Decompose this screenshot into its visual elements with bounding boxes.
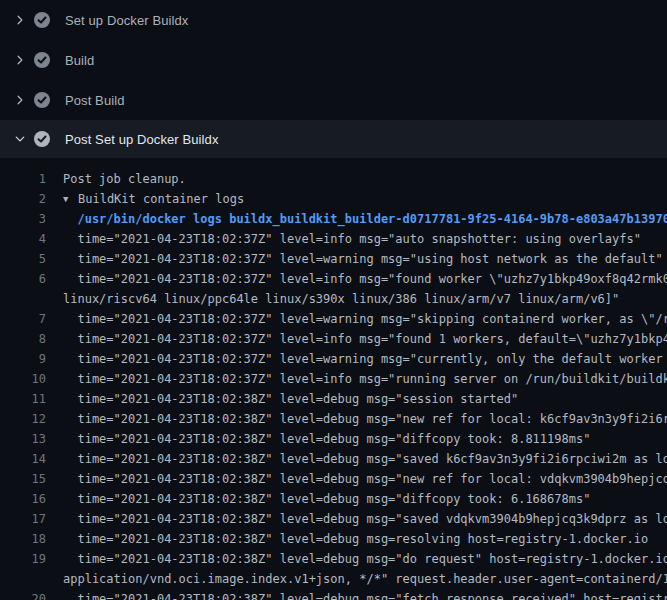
log-text: time="2021-04-23T18:02:37Z" level=info m… [46,329,667,349]
log-line: 7 time="2021-04-23T18:02:37Z" level=warn… [0,309,667,329]
log-text: application/vnd.oci.image.index.v1+json,… [46,569,667,589]
log-text: time="2021-04-23T18:02:38Z" level=debug … [46,509,667,529]
log-line-number[interactable]: 4 [0,229,46,249]
log-line-number[interactable]: 17 [0,509,46,529]
log-line: 5 time="2021-04-23T18:02:37Z" level=warn… [0,249,667,269]
log-line-number[interactable]: 9 [0,349,46,369]
log-line: linux/riscv64 linux/ppc64le linux/s390x … [0,289,667,309]
log-line-number[interactable]: 14 [0,449,46,469]
log-line-number[interactable]: 15 [0,469,46,489]
step-header-post-build[interactable]: Post Build [0,80,667,120]
log-line: 11 time="2021-04-23T18:02:38Z" level=deb… [0,389,667,409]
log-line: 14 time="2021-04-23T18:02:38Z" level=deb… [0,449,667,469]
check-circle-icon [34,52,50,68]
log-line: 10 time="2021-04-23T18:02:37Z" level=inf… [0,369,667,389]
log-line-number[interactable]: 18 [0,529,46,549]
chevron-right-icon [12,92,28,108]
log-text: time="2021-04-23T18:02:37Z" level=warnin… [46,309,667,329]
log-text: time="2021-04-23T18:02:38Z" level=debug … [46,529,648,549]
log-line: 18 time="2021-04-23T18:02:38Z" level=deb… [0,529,667,549]
step-header-post-set-up-docker-buildx[interactable]: Post Set up Docker Buildx [0,120,667,158]
log-line-number[interactable]: 13 [0,429,46,449]
check-circle-icon [34,92,50,108]
step-label: Build [65,53,94,68]
log-line-number[interactable]: 7 [0,309,46,329]
log-line-number[interactable]: 12 [0,409,46,429]
triangle-down-icon[interactable]: ▼ [63,189,78,209]
log-text: time="2021-04-23T18:02:37Z" level=info m… [46,229,641,249]
log-line: 3 /usr/bin/docker logs buildx_buildkit_b… [0,209,667,229]
chevron-right-icon [12,12,28,28]
log-text: Post job cleanup. [46,169,186,189]
step-label: Post Build [65,93,125,108]
log-line: 19 time="2021-04-23T18:02:38Z" level=deb… [0,549,667,569]
log-text: time="2021-04-23T18:02:38Z" level=debug … [46,489,590,509]
log-line: 4 time="2021-04-23T18:02:37Z" level=info… [0,229,667,249]
log-line: application/vnd.oci.image.index.v1+json,… [0,569,667,589]
check-circle-icon [34,131,50,147]
log-line: 13 time="2021-04-23T18:02:38Z" level=deb… [0,429,667,449]
log-line: 16 time="2021-04-23T18:02:38Z" level=deb… [0,489,667,509]
log-line-number[interactable]: 1 [0,169,46,189]
log-line-number [0,569,46,589]
check-circle-icon [34,12,50,28]
log-line: 1Post job cleanup. [0,169,667,189]
log-text: time="2021-04-23T18:02:37Z" level=warnin… [46,349,667,369]
step-header-set-up-docker-buildx[interactable]: Set up Docker Buildx [0,0,667,40]
chevron-right-icon [12,52,28,68]
log-line-number[interactable]: 16 [0,489,46,509]
step-label: Set up Docker Buildx [65,13,188,28]
chevron-down-icon [12,131,28,147]
log-line-number [0,289,46,309]
log-line: 9 time="2021-04-23T18:02:37Z" level=warn… [0,349,667,369]
log-viewer: 1Post job cleanup.2▼BuildKit container l… [0,158,667,600]
log-text: linux/riscv64 linux/ppc64le linux/s390x … [46,289,619,309]
log-text: time="2021-04-23T18:02:38Z" level=debug … [46,389,518,409]
log-line-number[interactable]: 2 [0,189,46,209]
log-line-number[interactable]: 6 [0,269,46,289]
log-group-toggle[interactable]: ▼BuildKit container logs [46,189,244,209]
log-text: time="2021-04-23T18:02:38Z" level=debug … [46,429,590,449]
log-line: 6 time="2021-04-23T18:02:37Z" level=info… [0,269,667,289]
log-text: time="2021-04-23T18:02:38Z" level=debug … [46,549,667,569]
log-text: time="2021-04-23T18:02:38Z" level=debug … [46,589,667,600]
log-text: time="2021-04-23T18:02:37Z" level=info m… [46,369,667,389]
log-line-number[interactable]: 11 [0,389,46,409]
log-text: time="2021-04-23T18:02:38Z" level=debug … [46,409,667,429]
log-line-number[interactable]: 8 [0,329,46,349]
log-line-number[interactable]: 3 [0,209,46,229]
log-text: time="2021-04-23T18:02:37Z" level=info m… [46,269,667,289]
steps-list: Set up Docker Buildx Build Post Build Po… [0,0,667,158]
log-line-number[interactable]: 20 [0,589,46,600]
log-line: 15 time="2021-04-23T18:02:38Z" level=deb… [0,469,667,489]
log-text: time="2021-04-23T18:02:38Z" level=debug … [46,469,667,489]
log-line-number[interactable]: 10 [0,369,46,389]
step-label: Post Set up Docker Buildx [65,132,219,147]
log-text: time="2021-04-23T18:02:38Z" level=debug … [46,449,667,469]
log-text: time="2021-04-23T18:02:37Z" level=warnin… [46,249,663,269]
log-line-number[interactable]: 19 [0,549,46,569]
log-line-number[interactable]: 5 [0,249,46,269]
log-command-text: /usr/bin/docker logs buildx_buildkit_bui… [46,209,667,229]
step-header-build[interactable]: Build [0,40,667,80]
log-line: 17 time="2021-04-23T18:02:38Z" level=deb… [0,509,667,529]
log-line: 2▼BuildKit container logs [0,189,667,209]
log-line: 20 time="2021-04-23T18:02:38Z" level=deb… [0,589,667,600]
log-line: 8 time="2021-04-23T18:02:37Z" level=info… [0,329,667,349]
log-line: 12 time="2021-04-23T18:02:38Z" level=deb… [0,409,667,429]
